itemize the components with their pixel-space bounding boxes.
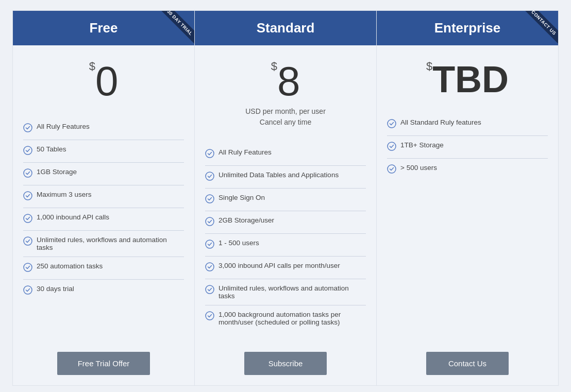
- list-item: 2GB Storage/user: [205, 211, 366, 234]
- svg-point-15: [206, 312, 214, 320]
- feature-text: Single Sign On: [219, 194, 265, 201]
- list-item: All Standard Ruly features: [387, 113, 548, 136]
- svg-point-5: [24, 237, 32, 245]
- ribbon-free: 30 DAY TRIAL: [153, 11, 194, 52]
- plan-header-standard: Standard: [195, 11, 376, 45]
- plan-title-enterprise: Enterprise: [434, 20, 501, 36]
- feature-text: All Standard Ruly features: [400, 118, 481, 126]
- feature-text: Unlimited rules, workflows and automatio…: [37, 236, 184, 251]
- cta-button-free[interactable]: Free Trial Offer: [57, 352, 150, 375]
- plan-title-standard: Standard: [257, 20, 315, 36]
- checkmark-icon: [205, 240, 214, 251]
- checkmark-icon: [205, 311, 214, 322]
- checkmark-icon: [387, 119, 396, 130]
- checkmark-icon: [387, 164, 396, 176]
- list-item: Maximum 3 users: [23, 185, 184, 208]
- checkmark-icon: [205, 285, 214, 296]
- price-sub-standard: USD per month, per user Cancel any time: [205, 106, 366, 128]
- list-item: 30 days trial: [23, 280, 184, 302]
- checkmark-icon: [23, 168, 32, 180]
- feature-text: Unlimited rules, workflows and automatio…: [219, 284, 366, 300]
- list-item: 1,000 inbound API calls: [23, 208, 184, 231]
- list-item: Unlimited Data Tables and Applications: [205, 166, 366, 189]
- checkmark-icon: [205, 217, 214, 228]
- list-item: 250 automation tasks: [23, 257, 184, 280]
- checkmark-icon: [23, 285, 32, 297]
- feature-text: 50 Tables: [37, 145, 66, 153]
- svg-point-14: [206, 285, 214, 294]
- svg-point-10: [206, 195, 214, 203]
- plan-card-free: Free30 DAY TRIAL$0All Ruly Features50 Ta…: [12, 10, 195, 386]
- feature-text: Unlimited Data Tables and Applications: [219, 171, 339, 179]
- price-value-free: 0: [95, 61, 119, 102]
- feature-text: 30 days trial: [37, 285, 74, 293]
- list-item: 1GB Storage: [23, 163, 184, 185]
- card-footer-enterprise: Contact Us: [377, 342, 558, 385]
- plan-card-enterprise: EnterpriseCONTACT US$TBDAll Standard Rul…: [377, 10, 559, 386]
- price-dollar-enterprise: $: [426, 61, 432, 72]
- plan-title-free: Free: [90, 20, 118, 36]
- card-footer-standard: Subscribe: [195, 342, 376, 385]
- feature-text: All Ruly Features: [37, 123, 90, 130]
- svg-point-2: [24, 169, 32, 177]
- checkmark-icon: [205, 172, 214, 183]
- price-section-standard: $8USD per month, per user Cancel any tim…: [195, 45, 376, 138]
- feature-text: 1TB+ Storage: [400, 141, 444, 149]
- list-item: 1,000 background automation tasks per mo…: [205, 305, 366, 331]
- list-item: 3,000 inbound API calls per month/user: [205, 257, 366, 279]
- feature-text: 1,000 inbound API calls: [37, 213, 109, 221]
- cta-button-standard[interactable]: Subscribe: [244, 352, 327, 375]
- price-value-standard: 8: [277, 61, 300, 102]
- feature-text: Maximum 3 users: [37, 191, 92, 198]
- feature-text: > 500 users: [400, 164, 437, 172]
- feature-text: All Ruly Features: [219, 148, 272, 156]
- checkmark-icon: [23, 191, 32, 202]
- price-section-enterprise: $TBD: [377, 45, 558, 108]
- list-item: 1 - 500 users: [205, 234, 366, 257]
- svg-point-3: [24, 192, 32, 200]
- list-item: 1TB+ Storage: [387, 136, 548, 159]
- list-item: 50 Tables: [23, 140, 184, 163]
- list-item: Unlimited rules, workflows and automatio…: [205, 279, 366, 305]
- feature-text: 1 - 500 users: [219, 239, 259, 247]
- feature-text: 1,000 background automation tasks per mo…: [219, 311, 366, 326]
- checkmark-icon: [23, 236, 32, 248]
- features-list-standard: All Ruly FeaturesUnlimited Data Tables a…: [195, 138, 376, 342]
- checkmark-icon: [23, 123, 32, 134]
- list-item: Unlimited rules, workflows and automatio…: [23, 231, 184, 257]
- list-item: All Ruly Features: [205, 143, 366, 166]
- price-value-enterprise: TBD: [432, 61, 509, 98]
- checkmark-icon: [23, 214, 32, 225]
- svg-point-16: [388, 120, 396, 128]
- card-footer-free: Free Trial Offer: [13, 342, 194, 385]
- plan-card-standard: Standard$8USD per month, per user Cancel…: [195, 10, 377, 386]
- ribbon-enterprise: CONTACT US: [517, 11, 558, 52]
- plan-header-enterprise: EnterpriseCONTACT US: [377, 11, 558, 45]
- svg-point-13: [206, 263, 214, 271]
- svg-point-9: [206, 172, 214, 180]
- price-dollar-standard: $: [271, 61, 277, 72]
- price-section-free: $0: [13, 45, 194, 112]
- svg-point-18: [388, 165, 396, 173]
- feature-text: 3,000 inbound API calls per month/user: [219, 262, 340, 269]
- svg-point-11: [206, 217, 214, 226]
- list-item: Single Sign On: [205, 189, 366, 211]
- svg-point-8: [206, 149, 214, 158]
- feature-text: 2GB Storage/user: [219, 216, 274, 224]
- svg-point-0: [24, 124, 32, 132]
- list-item: > 500 users: [387, 159, 548, 181]
- checkmark-icon: [23, 146, 32, 157]
- checkmark-icon: [387, 142, 396, 153]
- svg-point-6: [24, 263, 32, 271]
- cta-button-enterprise[interactable]: Contact Us: [426, 352, 509, 375]
- svg-point-12: [206, 240, 214, 248]
- features-list-free: All Ruly Features50 Tables1GB StorageMax…: [13, 112, 194, 342]
- checkmark-icon: [205, 194, 214, 206]
- plan-header-free: Free30 DAY TRIAL: [13, 11, 194, 45]
- checkmark-icon: [23, 263, 32, 274]
- list-item: All Ruly Features: [23, 117, 184, 140]
- svg-point-1: [24, 146, 32, 155]
- svg-point-17: [388, 142, 396, 150]
- pricing-container: Free30 DAY TRIAL$0All Ruly Features50 Ta…: [12, 10, 559, 386]
- feature-text: 1GB Storage: [37, 168, 77, 176]
